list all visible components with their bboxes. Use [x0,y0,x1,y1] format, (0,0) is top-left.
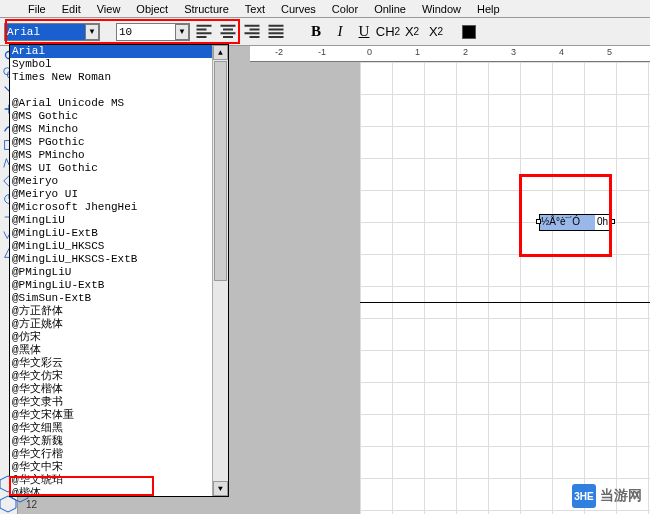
scroll-up-icon[interactable]: ▲ [213,45,228,60]
font-option[interactable]: @MS Mincho [10,123,228,136]
watermark: 3HE 当游网 [572,484,642,508]
x-axis [360,302,650,303]
svg-marker-9 [0,496,16,512]
font-option[interactable]: @PMingLiU-ExtB [10,279,228,292]
color-swatch[interactable] [462,25,476,39]
menu-structure[interactable]: Structure [176,3,237,15]
watermark-logo: 3HE [572,484,596,508]
menu-text[interactable]: Text [237,3,273,15]
menu-object[interactable]: Object [128,3,176,15]
font-option[interactable]: @华文行楷 [10,448,228,461]
font-option[interactable]: @Microsoft JhengHei [10,201,228,214]
font-option[interactable]: Symbol [10,58,228,71]
font-dropdown-list[interactable]: Arial SymbolTimes New Roman@Arial Unicod… [9,44,229,497]
menu-curves[interactable]: Curves [273,3,324,15]
font-option[interactable]: @方正舒体 [10,305,228,318]
font-option[interactable]: Times New Roman [10,71,228,84]
font-option[interactable]: @Meiryo [10,175,228,188]
font-option[interactable]: @MS Gothic [10,110,228,123]
font-option[interactable]: @MingLiU [10,214,228,227]
menu-window[interactable]: Window [414,3,469,15]
font-option[interactable]: @黑体 [10,344,228,357]
font-option[interactable]: @MS PMincho [10,149,228,162]
font-option[interactable]: @楷体 [10,487,228,497]
font-option[interactable]: @MS PGothic [10,136,228,149]
font-option[interactable]: @华文中宋 [10,461,228,474]
scroll-down-icon[interactable]: ▼ [213,481,228,496]
drawing-grid[interactable] [360,62,650,514]
text-plain[interactable]: 0h [595,215,610,230]
font-option[interactable]: @Arial Unicode MS [10,97,228,110]
menu-online[interactable]: Online [366,3,414,15]
menu-view[interactable]: View [89,3,129,15]
font-option[interactable]: @MS UI Gothic [10,162,228,175]
scrollbar[interactable]: ▲ ▼ [212,45,228,496]
font-option[interactable]: @华文彩云 [10,357,228,370]
font-option[interactable]: @Meiryo UI [10,188,228,201]
canvas-margin [230,62,360,514]
font-option[interactable]: @仿宋 [10,331,228,344]
font-option[interactable]: @华文琥珀 [10,474,228,487]
size-dropdown-button[interactable]: ▼ [175,24,189,40]
watermark-text: 当游网 [600,487,642,505]
align-right-icon[interactable] [242,22,262,42]
bold-button[interactable]: B [306,22,326,42]
underline-button[interactable]: U [354,22,374,42]
font-option[interactable]: @MingLiU_HKSCS [10,240,228,253]
align-justify-icon[interactable] [266,22,286,42]
italic-button[interactable]: I [330,22,350,42]
font-option[interactable]: @方正姚体 [10,318,228,331]
ruler-tick-12: 12 [26,499,37,510]
subscript-button[interactable]: X2 [402,22,422,42]
text-object[interactable]: ½Å°è¨´Ó 0h [539,214,611,231]
font-option[interactable]: @PMingLiU [10,266,228,279]
font-option[interactable] [10,84,228,97]
font-option[interactable]: @SimSun-ExtB [10,292,228,305]
ruler-horizontal: -2 -1 0 1 2 3 4 5 6 [250,46,650,62]
toolbar: ▼ ▼ B I U CH2 X2 X2 [0,18,650,46]
menu-help[interactable]: Help [469,3,508,15]
font-option[interactable]: @华文楷体 [10,383,228,396]
menu-bar: File Edit View Object Structure Text Cur… [0,0,650,18]
font-option[interactable]: @华文细黑 [10,422,228,435]
text-selected[interactable]: ½Å°è¨´Ó [540,215,595,230]
scroll-thumb[interactable] [214,61,227,281]
canvas-area[interactable]: -2 -1 0 1 2 3 4 5 6 ½Å°è¨´Ó 0h [230,46,650,514]
font-option[interactable]: @华文宋体重 [10,409,228,422]
formula-ch2-button[interactable]: CH2 [378,22,398,42]
menu-color[interactable]: Color [324,3,366,15]
font-option-selected[interactable]: Arial [10,45,228,58]
align-left-icon[interactable] [194,22,214,42]
font-option[interactable]: @华文新魏 [10,435,228,448]
menu-file[interactable]: File [20,3,54,15]
superscript-button[interactable]: X2 [426,22,446,42]
font-option[interactable]: @华文隶书 [10,396,228,409]
font-option[interactable]: @MingLiU-ExtB [10,227,228,240]
menu-edit[interactable]: Edit [54,3,89,15]
font-dropdown-button[interactable]: ▼ [85,24,99,40]
font-option[interactable]: @MingLiU_HKSCS-ExtB [10,253,228,266]
font-option[interactable]: @华文仿宋 [10,370,228,383]
align-center-icon[interactable] [218,22,238,42]
